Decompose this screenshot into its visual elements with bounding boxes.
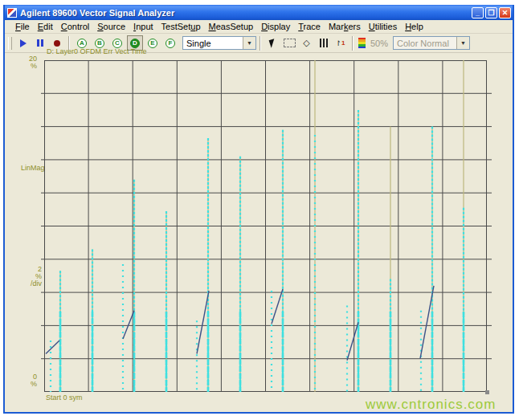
trace-letter-icon: F <box>166 39 175 48</box>
trace-letter-icon: C <box>112 39 122 48</box>
measurement-mode-value: Single <box>183 39 243 48</box>
chevron-down-icon[interactable]: ▼ <box>456 37 469 49</box>
measurement-mode-combo[interactable]: Single ▼ <box>182 36 256 50</box>
toolbar-separator <box>352 36 353 51</box>
menu-item-help[interactable]: Help <box>401 21 427 32</box>
zoom-level-value: 50% <box>370 39 388 48</box>
menu-item-file[interactable]: File <box>11 21 34 32</box>
play-icon <box>20 39 27 47</box>
color-mode-value: Color Normal <box>394 39 456 48</box>
zoom-box-tool[interactable] <box>282 36 297 51</box>
y-axis-top-label: 20% <box>22 55 37 70</box>
menu-item-display[interactable]: Display <box>257 21 294 32</box>
menu-item-input[interactable]: Input <box>129 21 157 32</box>
trace-button-f[interactable]: F <box>162 35 178 51</box>
window-titlebar[interactable]: Agilent 89600 Vector Signal Analyzer _ ❐… <box>5 5 513 20</box>
x-axis-label: Start 0 sym <box>46 394 83 402</box>
trend-segment <box>347 322 358 360</box>
chart-title: D: Layer0 OFDM Err Vect Time <box>47 48 147 55</box>
zoom-box-icon <box>284 39 296 47</box>
menu-item-utilities[interactable]: Utilities <box>365 21 401 32</box>
trace-letter-icon: B <box>95 39 104 48</box>
menu-bar: FileEditControlSourceInputTestSetupMeasS… <box>5 20 513 34</box>
trace-letter-icon: E <box>148 39 157 48</box>
y-axis-scale-label: 2%/div <box>19 266 42 287</box>
band-markers-tool[interactable] <box>316 36 331 51</box>
offset-marker-icon: ↾1 <box>336 39 345 47</box>
y-axis-format-label: LinMag <box>21 165 45 172</box>
color-mode-combo[interactable]: Color Normal ▼ <box>393 36 470 50</box>
color-scale-icon <box>358 38 366 49</box>
toolbar-grip[interactable] <box>8 37 12 50</box>
menu-item-trace[interactable]: Trace <box>294 21 325 32</box>
diamond-marker-tool[interactable]: ◇ <box>299 36 314 51</box>
trace-button-e[interactable]: E <box>145 35 161 51</box>
page: Agilent 89600 Vector Signal Analyzer _ ❐… <box>0 0 519 420</box>
y-axis-bottom-label: 0% <box>22 373 37 388</box>
close-button[interactable]: ✕ <box>499 7 511 18</box>
pointer-icon <box>269 39 277 48</box>
menu-item-edit[interactable]: Edit <box>34 21 57 32</box>
window-title: Agilent 89600 Vector Signal Analyzer <box>20 8 472 18</box>
record-icon <box>54 40 60 47</box>
pointer-tool[interactable] <box>265 36 280 51</box>
trend-segment <box>46 340 59 354</box>
trace-chart[interactable] <box>44 60 487 392</box>
menu-item-control[interactable]: Control <box>57 21 93 32</box>
menu-item-markers[interactable]: Markers <box>325 21 365 32</box>
offset-marker-tool[interactable]: ↾1 <box>333 36 348 51</box>
trend-segment <box>272 289 283 324</box>
app-icon <box>7 8 17 18</box>
diamond-marker-icon: ◇ <box>303 39 309 47</box>
watermark: www.cntronics.com <box>366 397 496 413</box>
minimize-button[interactable]: _ <box>472 7 484 18</box>
toolbar-separator <box>260 36 261 51</box>
pause-button[interactable] <box>32 36 47 51</box>
menu-item-meassetup[interactable]: MeasSetup <box>205 21 258 32</box>
chevron-down-icon[interactable]: ▼ <box>243 37 255 49</box>
maximize-button[interactable]: ❐ <box>485 7 497 18</box>
pause-icon <box>37 39 43 47</box>
menu-item-testsetup[interactable]: TestSetup <box>157 21 205 32</box>
menu-item-source[interactable]: Source <box>93 21 129 32</box>
trace-letter-icon: A <box>77 39 87 48</box>
play-button[interactable] <box>15 36 31 51</box>
marker-tools: ◇↾1 <box>264 36 349 51</box>
trace-letter-icon: D <box>130 39 140 48</box>
plot-corner-marker <box>485 390 489 394</box>
band-markers-icon <box>320 39 328 47</box>
